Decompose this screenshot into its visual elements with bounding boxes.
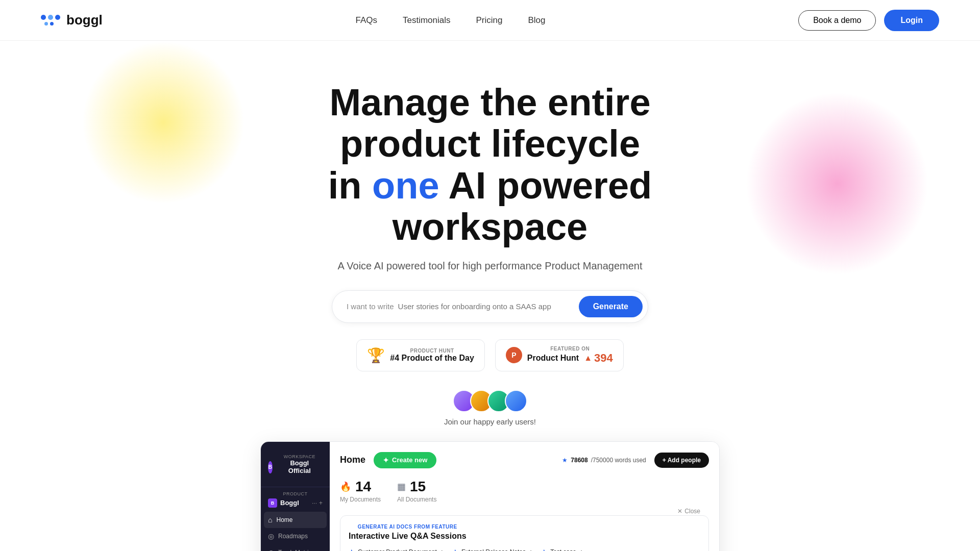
join-text: Join our happy early users! bbox=[444, 417, 536, 426]
product-section: PRODUCT B Boggl ··· + bbox=[261, 487, 330, 512]
pink-blob bbox=[745, 92, 929, 276]
ph-count: 394 bbox=[594, 352, 613, 365]
product-actions: ··· + bbox=[312, 499, 323, 507]
nav-links: FAQs Testimonials Pricing Blog bbox=[355, 15, 545, 26]
feature-card-tag: GENERATE AI DOCS FROM FEATURE bbox=[349, 524, 467, 530]
badge-tag-1: PRODUCT HUNT bbox=[390, 348, 474, 354]
logo-dot bbox=[41, 15, 46, 20]
feature-card-title: Interactive Live Q&A Sessions bbox=[349, 532, 467, 541]
input-label: I want to write bbox=[347, 302, 394, 311]
product-row: B Boggl ··· + bbox=[268, 498, 323, 508]
more-icon[interactable]: ··· bbox=[312, 499, 317, 507]
all-docs-icon: ▦ bbox=[397, 481, 406, 492]
trophy-icon: 🏆 bbox=[367, 347, 385, 364]
product-name: B Boggl bbox=[268, 498, 299, 508]
logo-dot bbox=[55, 15, 60, 20]
add-people-button[interactable]: + Add people bbox=[654, 453, 709, 468]
workspace-label: WORKSPACE bbox=[277, 454, 323, 459]
my-docs-count: 14 bbox=[355, 479, 371, 495]
list-item: ★ External Release Notes + bbox=[452, 548, 533, 551]
close-x-icon: ✕ bbox=[677, 508, 682, 515]
badges-row: 🏆 PRODUCT HUNT #4 Product of the Day P F… bbox=[356, 339, 623, 371]
star-icon: ★ bbox=[452, 548, 458, 551]
nav-link-pricing[interactable]: Pricing bbox=[476, 15, 503, 26]
stats-row: 🔥 14 My Documents ▦ 15 All Documents bbox=[340, 479, 709, 503]
nav-link-testimonials[interactable]: Testimonials bbox=[403, 15, 451, 26]
badge-value-1: #4 Product of the Day bbox=[390, 354, 474, 363]
sidebar-item-roadmaps[interactable]: ◎ Roadmaps bbox=[261, 528, 330, 544]
list-item: ★ Customer Product Document + bbox=[349, 548, 444, 551]
add-doc-button-3[interactable]: + bbox=[579, 548, 583, 551]
my-docs-label: My Documents bbox=[340, 496, 381, 503]
yellow-blob bbox=[82, 41, 245, 204]
words-total: /750000 words used bbox=[591, 457, 646, 464]
add-icon[interactable]: + bbox=[319, 499, 323, 507]
producthunt-day-badge: 🏆 PRODUCT HUNT #4 Product of the Day bbox=[356, 339, 484, 371]
logo: boggl bbox=[41, 12, 103, 28]
prompt-input-bar: I want to write Generate bbox=[332, 290, 648, 323]
star-icon: ★ bbox=[562, 457, 568, 464]
words-used-indicator: ★ 78608 /750000 words used bbox=[562, 457, 646, 464]
logo-dot bbox=[44, 22, 48, 26]
sidebar-item-track-metrics[interactable]: ◉ Track Metrics bbox=[261, 544, 330, 551]
nav-link-blog[interactable]: Blog bbox=[528, 15, 545, 26]
home-icon: ⌂ bbox=[268, 516, 272, 524]
prompt-input[interactable] bbox=[398, 302, 579, 311]
headline-one: one bbox=[372, 164, 439, 207]
chart-icon: ◉ bbox=[268, 548, 274, 551]
feature-close-button[interactable]: ✕ Close bbox=[677, 508, 700, 515]
hero-headline: Manage the entire product lifecycle in o… bbox=[260, 82, 720, 248]
add-doc-button-2[interactable]: + bbox=[529, 548, 533, 551]
workspace-name: Boggl Official bbox=[277, 459, 323, 481]
logo-icon bbox=[41, 15, 60, 26]
sparkle-icon: ✦ bbox=[383, 456, 389, 464]
list-item: ★ Test case + bbox=[541, 548, 583, 551]
logo-dot bbox=[48, 15, 53, 20]
doc-list: ★ Customer Product Document + ★ External… bbox=[349, 548, 700, 551]
my-docs-icon: 🔥 bbox=[340, 481, 351, 492]
product-avatar: B bbox=[268, 498, 277, 508]
product-label: PRODUCT bbox=[268, 491, 323, 496]
generate-button[interactable]: Generate bbox=[579, 296, 643, 317]
badge-tag-2: FEATURED ON bbox=[527, 346, 613, 352]
create-new-button[interactable]: ✦ Create new bbox=[374, 452, 436, 468]
nav-actions: Book a demo Login bbox=[798, 10, 939, 31]
roadmaps-icon: ◎ bbox=[268, 532, 274, 540]
avatar-4 bbox=[505, 390, 527, 412]
main-content: Home ✦ Create new ★ 78608 /750000 words … bbox=[330, 442, 719, 551]
early-users-section: Join our happy early users! bbox=[444, 390, 536, 426]
all-docs-count: 15 bbox=[410, 479, 426, 495]
ph-arrow-icon: ▲ bbox=[584, 354, 592, 363]
header-right: ★ 78608 /750000 words used + Add people bbox=[562, 453, 709, 468]
nav-link-faqs[interactable]: FAQs bbox=[355, 15, 377, 26]
workspace-avatar: B bbox=[268, 461, 273, 473]
my-documents-stat: 🔥 14 My Documents bbox=[340, 479, 381, 503]
hero-subtitle: A Voice AI powered tool for high perform… bbox=[337, 260, 642, 272]
navbar: boggl FAQs Testimonials Pricing Blog Boo… bbox=[0, 0, 980, 41]
add-doc-button-1[interactable]: + bbox=[440, 548, 444, 551]
star-icon: ★ bbox=[349, 548, 355, 551]
app-preview: B WORKSPACE Boggl Official PRODUCT B Bog… bbox=[260, 441, 720, 551]
feature-card: GENERATE AI DOCS FROM FEATURE Interactiv… bbox=[340, 515, 709, 551]
app-sidebar: B WORKSPACE Boggl Official PRODUCT B Bog… bbox=[261, 442, 330, 551]
avatar-group bbox=[453, 390, 527, 412]
ph-logo: P bbox=[506, 347, 522, 363]
book-demo-button[interactable]: Book a demo bbox=[798, 10, 876, 31]
workspace-header: B WORKSPACE Boggl Official bbox=[261, 450, 330, 483]
page-title: Home bbox=[340, 455, 365, 465]
all-documents-stat: ▦ 15 All Documents bbox=[397, 479, 436, 503]
main-header: Home ✦ Create new ★ 78608 /750000 words … bbox=[340, 452, 709, 468]
hero-section: Manage the entire product lifecycle in o… bbox=[0, 41, 980, 551]
logo-text: boggl bbox=[66, 12, 103, 28]
sidebar-item-home[interactable]: ⌂ Home bbox=[264, 512, 327, 528]
logo-dot bbox=[50, 22, 54, 26]
login-button[interactable]: Login bbox=[884, 10, 939, 31]
producthunt-featured-badge: P FEATURED ON Product Hunt ▲ 394 bbox=[495, 339, 624, 371]
badge-value-2: Product Hunt bbox=[527, 354, 579, 363]
star-icon: ★ bbox=[541, 548, 547, 551]
all-docs-label: All Documents bbox=[397, 496, 436, 503]
words-count: 78608 bbox=[571, 457, 587, 464]
